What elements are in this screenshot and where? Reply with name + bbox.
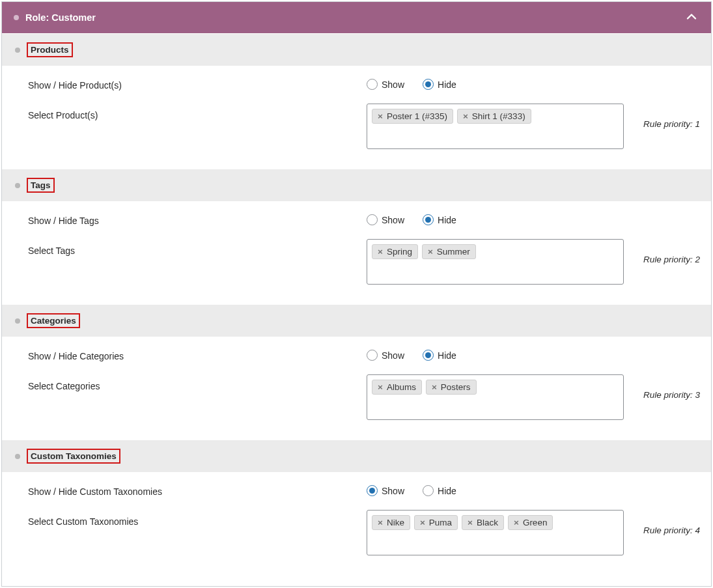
chip[interactable]: ×Puma <box>414 515 458 530</box>
bullet-icon <box>14 15 19 20</box>
rule-priority: Rule priority: 3 <box>643 390 700 400</box>
role-title: Role: Customer <box>25 12 96 23</box>
multiselect-input[interactable]: ×Albums×Posters <box>367 374 624 420</box>
chevron-up-icon[interactable] <box>685 10 698 25</box>
multiselect-input[interactable]: ×Poster 1 (#335)×Shirt 1 (#333) <box>367 104 624 149</box>
select-label: Select Custom Taxonomies <box>28 510 367 527</box>
close-icon[interactable]: × <box>428 247 433 257</box>
close-icon[interactable]: × <box>378 382 383 392</box>
radio-show[interactable]: Show <box>367 79 404 90</box>
multiselect-input[interactable]: ×Nike×Puma×Black×Green <box>367 510 624 555</box>
role-header[interactable]: Role: Customer <box>2 2 711 33</box>
chip[interactable]: ×Black <box>462 515 504 530</box>
chip-label: Poster 1 (#335) <box>387 111 447 121</box>
show-hide-radio-group: ShowHide <box>367 79 456 90</box>
select-label: Select Product(s) <box>28 104 367 120</box>
section-title: Tags <box>27 178 55 193</box>
close-icon[interactable]: × <box>468 518 473 527</box>
show-hide-label: Show / Hide Tags <box>28 214 367 226</box>
show-hide-label: Show / Hide Categories <box>28 350 367 361</box>
radio-show[interactable]: Show <box>367 485 404 496</box>
chip-label: Albums <box>387 382 416 392</box>
radio-hide[interactable]: Hide <box>423 350 456 361</box>
radio-show[interactable]: Show <box>367 350 404 361</box>
section-header[interactable]: Products <box>2 33 711 66</box>
rule-priority: Rule priority: 4 <box>643 525 700 535</box>
chip[interactable]: ×Green <box>508 515 553 530</box>
section-title: Categories <box>27 313 80 328</box>
chip-label: Green <box>523 518 548 527</box>
select-label: Select Tags <box>28 239 367 256</box>
radio-show-label: Show <box>382 350 404 361</box>
close-icon[interactable]: × <box>432 382 437 392</box>
show-hide-label: Show / Hide Product(s) <box>28 79 367 91</box>
chip[interactable]: ×Summer <box>422 244 476 259</box>
chip-label: Posters <box>441 382 471 392</box>
section-header[interactable]: Tags <box>2 169 711 201</box>
section-body: Show / Hide CategoriesShowHideSelect Cat… <box>2 337 711 440</box>
radio-hide[interactable]: Hide <box>423 485 456 496</box>
close-icon[interactable]: × <box>420 518 425 527</box>
chip[interactable]: ×Shirt 1 (#333) <box>457 109 531 124</box>
section-body: Show / Hide Custom TaxonomiesShowHideSel… <box>2 472 711 575</box>
chip-label: Nike <box>387 518 404 527</box>
section-title: Products <box>27 42 73 57</box>
radio-hide-label: Hide <box>438 79 456 90</box>
show-hide-label: Show / Hide Custom Taxonomies <box>28 485 367 497</box>
show-hide-radio-group: ShowHide <box>367 485 456 496</box>
bullet-icon <box>15 454 20 459</box>
close-icon[interactable]: × <box>378 111 383 121</box>
rule-priority: Rule priority: 1 <box>643 119 700 129</box>
bullet-icon <box>15 48 20 53</box>
show-hide-radio-group: ShowHide <box>367 350 456 361</box>
section-body: Show / Hide Product(s)ShowHideSelect Pro… <box>2 66 711 169</box>
section-body: Show / Hide TagsShowHideSelect Tags×Spri… <box>2 201 711 304</box>
close-icon[interactable]: × <box>463 111 468 121</box>
chip[interactable]: ×Spring <box>372 244 418 259</box>
show-hide-radio-group: ShowHide <box>367 214 456 225</box>
chip[interactable]: ×Poster 1 (#335) <box>372 109 453 124</box>
radio-hide-label: Hide <box>438 215 456 225</box>
radio-show-label: Show <box>382 215 404 225</box>
radio-hide-label: Hide <box>438 486 456 496</box>
select-label: Select Categories <box>28 374 367 391</box>
chip-label: Spring <box>387 247 412 257</box>
radio-hide[interactable]: Hide <box>423 79 456 90</box>
bullet-icon <box>15 183 20 188</box>
chip[interactable]: ×Albums <box>372 380 422 395</box>
close-icon[interactable]: × <box>378 247 383 257</box>
radio-hide[interactable]: Hide <box>423 214 456 225</box>
radio-show-label: Show <box>382 79 404 90</box>
radio-show-label: Show <box>382 486 404 496</box>
chip-label: Shirt 1 (#333) <box>472 111 525 121</box>
rule-priority: Rule priority: 2 <box>643 255 700 264</box>
chip[interactable]: ×Posters <box>426 380 477 395</box>
bullet-icon <box>15 318 20 324</box>
close-icon[interactable]: × <box>378 518 383 527</box>
section-title: Custom Taxonomies <box>27 449 120 464</box>
chip-label: Puma <box>429 518 452 527</box>
section-header[interactable]: Categories <box>2 304 711 337</box>
radio-hide-label: Hide <box>438 350 456 361</box>
multiselect-input[interactable]: ×Spring×Summer <box>367 239 624 285</box>
chip-label: Black <box>477 518 498 527</box>
radio-show[interactable]: Show <box>367 214 404 225</box>
close-icon[interactable]: × <box>514 518 519 527</box>
chip[interactable]: ×Nike <box>372 515 410 530</box>
section-header[interactable]: Custom Taxonomies <box>2 440 711 472</box>
chip-label: Summer <box>437 247 470 257</box>
